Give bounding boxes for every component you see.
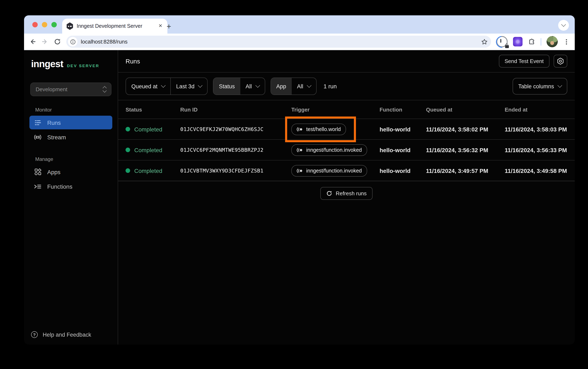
table-header-row: Status Run ID Trigger Function Queued at… — [118, 100, 575, 119]
queued-at: 11/16/2024, 3:58:02 PM — [426, 126, 505, 133]
table-columns-label: Table columns — [518, 83, 554, 89]
column-header-run-id: Run ID — [180, 106, 291, 113]
new-tab-button[interactable]: + — [167, 22, 171, 30]
sidebar-item-functions[interactable]: Functions — [30, 180, 112, 193]
filter-bar: Queued at Last 3d Status All — [118, 72, 575, 100]
profile-avatar[interactable] — [547, 36, 558, 47]
trigger-cell: inngest/function.invoked — [291, 165, 367, 176]
column-header-ended-at: Ended at — [505, 106, 567, 113]
trigger-name: inngest/function.invoked — [306, 147, 362, 153]
app-content: inngest DEV SERVER Development Monitor R… — [24, 50, 575, 345]
ended-at: 11/16/2024, 3:49:58 PM — [505, 167, 567, 174]
app-filter-select[interactable]: All — [291, 78, 316, 94]
extensions-button[interactable] — [528, 38, 535, 45]
page-header: Runs Send Test Event — [118, 50, 575, 72]
status-filter-select[interactable]: All — [240, 78, 265, 94]
browser-tab[interactable]: Inngest Development Server ✕ — [62, 19, 167, 34]
trigger-name: test/hello.world — [306, 126, 341, 132]
run-id: 01JCVBTMV3WXY9D3CFDEJFZSB1 — [180, 167, 291, 174]
help-icon: ? — [31, 331, 38, 338]
event-pulse-icon — [297, 127, 303, 132]
window-zoom-button[interactable] — [51, 22, 57, 27]
back-arrow-icon — [29, 38, 36, 45]
browser-extension-icon[interactable] — [513, 37, 522, 46]
time-range-select[interactable]: Last 3d — [171, 78, 207, 94]
desktop: Inngest Development Server ✕ + localhost… — [0, 0, 588, 369]
trigger-badge[interactable]: inngest/function.invoked — [291, 165, 367, 176]
table-row[interactable]: Completed 01JCVC9EFKJ2W70WQHC6ZH6SJC tes… — [118, 119, 575, 140]
help-and-feedback[interactable]: ? Help and Feedback — [24, 331, 118, 338]
site-info-button[interactable] — [68, 37, 78, 46]
bookmark-button[interactable] — [481, 38, 488, 45]
page-title: Runs — [126, 58, 140, 65]
trigger-cell: test/hello.world — [291, 123, 346, 135]
tab-title: Inngest Development Server — [77, 23, 154, 29]
sidebar-item-stream[interactable]: Stream — [30, 130, 112, 144]
kebab-menu-icon — [563, 38, 570, 45]
nav-section-manage: Manage — [35, 156, 118, 162]
chevron-down-icon — [255, 83, 260, 88]
sidebar-item-label: Functions — [47, 183, 72, 190]
chevron-down-icon — [561, 22, 566, 27]
trigger-name: inngest/function.invoked — [306, 168, 362, 174]
status-filter: Status All — [213, 78, 265, 95]
column-header-trigger: Trigger — [291, 106, 379, 113]
back-button[interactable] — [29, 38, 36, 45]
toolbar-divider — [540, 38, 541, 45]
password-manager-extension-icon[interactable] — [496, 36, 508, 47]
apps-icon — [34, 168, 42, 175]
table-columns-button[interactable]: Table columns — [512, 78, 567, 94]
tab-close-icon[interactable]: ✕ — [158, 23, 163, 30]
ended-at: 11/16/2024, 3:58:03 PM — [505, 126, 567, 133]
refresh-runs-label: Refresh runs — [336, 190, 367, 196]
window-minimize-button[interactable] — [42, 22, 47, 27]
table-row[interactable]: Completed 01JCVBTMV3WXY9D3CFDEJFZSB1 inn… — [118, 160, 575, 181]
queued-at: 11/16/2024, 3:49:57 PM — [426, 167, 505, 174]
sidebar-item-runs[interactable]: Runs — [30, 116, 112, 129]
settings-button[interactable] — [554, 55, 567, 68]
sidebar-nav: Monitor Runs Stream Manage — [24, 107, 118, 331]
window-close-button[interactable] — [32, 22, 38, 27]
select-updown-icon — [103, 87, 106, 92]
sidebar: inngest DEV SERVER Development Monitor R… — [24, 50, 118, 345]
function-name: hello-world — [379, 167, 426, 174]
functions-icon — [34, 184, 42, 189]
forward-button[interactable] — [41, 38, 49, 45]
dev-server-badge: DEV SERVER — [67, 63, 99, 68]
environment-select[interactable]: Development — [30, 82, 111, 96]
sidebar-item-apps[interactable]: Apps — [30, 165, 112, 179]
reload-button[interactable] — [54, 38, 61, 45]
chevron-down-icon — [161, 83, 166, 88]
browser-toolbar: localhost:8288/runs — [24, 34, 575, 50]
sidebar-item-label: Stream — [47, 134, 66, 140]
send-test-event-button[interactable]: Send Test Event — [499, 55, 549, 68]
status-completed-dot-icon — [126, 148, 130, 152]
table-row[interactable]: Completed 01JCVC6PF2MQNMTWE95BBRZPJ2 inn… — [118, 140, 575, 160]
puzzle-icon — [528, 38, 535, 45]
column-header-status: Status — [126, 106, 180, 113]
address-bar[interactable]: localhost:8288/runs — [66, 36, 491, 48]
app-filter: App All — [270, 78, 316, 95]
nav-section-monitor: Monitor — [35, 107, 118, 113]
time-filter: Queued at Last 3d — [126, 78, 208, 95]
star-icon — [481, 38, 488, 45]
status-completed-dot-icon — [126, 127, 130, 132]
event-pulse-icon — [297, 147, 303, 152]
inngest-logo: inngest — [31, 59, 63, 70]
time-field-select[interactable]: Queued at — [126, 78, 170, 94]
refresh-runs-button[interactable]: Refresh runs — [320, 187, 372, 200]
time-field-value: Queued at — [131, 83, 158, 89]
tab-search-button[interactable] — [558, 20, 569, 31]
logo: inngest DEV SERVER — [24, 59, 118, 70]
trigger-cell: inngest/function.invoked — [291, 144, 367, 156]
reload-icon — [54, 38, 61, 45]
status-cell: Completed — [126, 167, 180, 174]
browser-tab-strip: Inngest Development Server ✕ + — [24, 15, 575, 34]
browser-menu-button[interactable] — [563, 38, 570, 45]
run-id: 01JCVC9EFKJ2W70WQHC6ZH6SJC — [180, 126, 291, 132]
trigger-badge[interactable]: test/hello.world — [291, 123, 346, 135]
trigger-badge[interactable]: inngest/function.invoked — [291, 144, 367, 156]
refresh-icon — [326, 190, 333, 196]
runs-table: Status Run ID Trigger Function Queued at… — [118, 100, 575, 206]
environment-value: Development — [36, 86, 67, 92]
